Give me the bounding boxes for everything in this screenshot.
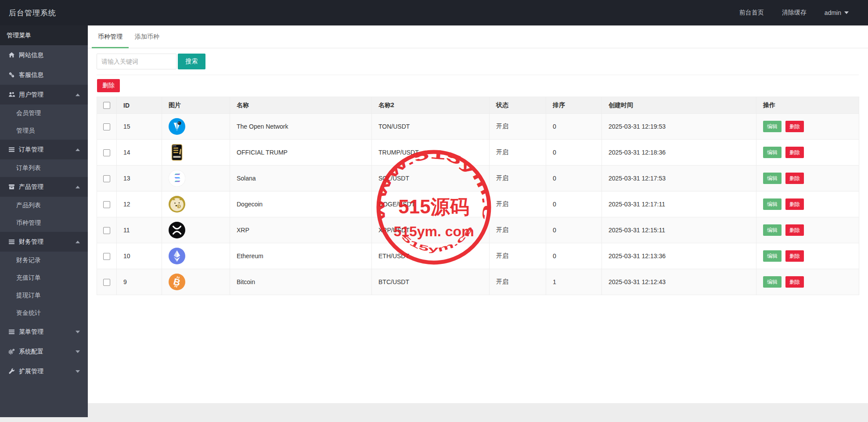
cell-name2: XRP/USDT — [372, 217, 490, 243]
frontend-home-link[interactable]: 前台首页 — [739, 9, 764, 17]
col-status: 状态 — [490, 97, 546, 114]
cell-actions: 编辑删除 — [756, 166, 859, 191]
tab-coin-management[interactable]: 币种管理 — [92, 25, 129, 48]
sidebar-item-member-mgmt[interactable]: 会员管理 — [0, 105, 88, 122]
app-title: 后台管理系统 — [9, 8, 56, 18]
sidebar-menu: 网站信息客服信息用户管理会员管理管理员订单管理订单列表产品管理产品列表币种管理财… — [0, 45, 88, 381]
sidebar-item-label: 客服信息 — [19, 71, 43, 79]
edit-button[interactable]: 编辑 — [763, 173, 782, 184]
clear-cache-link[interactable]: 清除缓存 — [782, 9, 807, 17]
cell-status: 开启 — [490, 243, 546, 269]
edit-button[interactable]: 编辑 — [763, 121, 782, 133]
delete-button[interactable]: 删除 — [785, 173, 804, 184]
edit-button[interactable]: 编辑 — [763, 198, 782, 210]
delete-button[interactable]: 删除 — [785, 276, 804, 288]
delete-button[interactable]: 删除 — [785, 121, 804, 133]
cell-image — [162, 217, 230, 243]
delete-button[interactable]: 删除 — [785, 250, 804, 262]
table-header-row: ID 图片 名称 名称2 状态 排序 创建时间 操作 — [97, 97, 859, 114]
doge-coin-icon: Ð — [169, 196, 185, 213]
cell-sort: 0 — [546, 140, 602, 166]
sidebar-item-label: 充值订单 — [16, 274, 41, 282]
sidebar-item-label: 网站信息 — [19, 51, 43, 59]
sidebar-item-label: 财务记录 — [16, 256, 41, 264]
cell-image — [162, 166, 230, 191]
bulk-delete-button[interactable]: 删除 — [97, 79, 120, 92]
row-checkbox[interactable] — [103, 253, 110, 260]
sidebar-item-label: 提现订单 — [16, 292, 41, 299]
cell-name2: DOGE/USDT — [372, 191, 490, 217]
cell-sort: 0 — [546, 217, 602, 243]
edit-button[interactable]: 编辑 — [763, 276, 782, 288]
sidebar-item-order-list[interactable]: 订单列表 — [0, 159, 88, 177]
cell-actions: 编辑删除 — [756, 140, 859, 166]
sidebar-item-label: 扩展管理 — [19, 368, 43, 375]
table-row: 14OFFICIAL TRUMPTRUMP/USDT开启02025-03-31 … — [97, 140, 859, 166]
sidebar-item-product-list[interactable]: 产品列表 — [0, 197, 88, 214]
edit-button[interactable]: 编辑 — [763, 224, 782, 236]
table-row: 11XRPXRP/USDT开启02025-03-31 12:15:11编辑删除 — [97, 217, 859, 243]
cell-sort: 0 — [546, 243, 602, 269]
row-checkbox[interactable] — [103, 149, 110, 156]
main-content: 币种管理 添加币种 搜索 删除 ID 图片 名称 名称2 状态 排序 创建时间 … — [88, 25, 868, 403]
sidebar-item-label: 会员管理 — [16, 109, 41, 117]
sidebar-item-fund-stats[interactable]: 资金统计 — [0, 304, 88, 322]
sidebar-item-withdraw-orders[interactable]: 提现订单 — [0, 287, 88, 304]
table-row: 13SolanaSOL/USDT开启02025-03-31 12:17:53编辑… — [97, 166, 859, 191]
sidebar: 管理菜单 网站信息客服信息用户管理会员管理管理员订单管理订单列表产品管理产品列表… — [0, 25, 88, 417]
row-checkbox[interactable] — [103, 227, 110, 234]
sidebar-item-system-config[interactable]: 系统配置 — [0, 342, 88, 361]
cell-name2: ETH/USDT — [372, 243, 490, 269]
sidebar-item-order-mgmt[interactable]: 订单管理 — [0, 140, 88, 159]
sidebar-item-product-mgmt[interactable]: 产品管理 — [0, 177, 88, 197]
search-button[interactable]: 搜索 — [178, 54, 205, 69]
cell-sort: 1 — [546, 269, 602, 295]
sidebar-item-user-mgmt[interactable]: 用户管理 — [0, 85, 88, 105]
row-checkbox[interactable] — [103, 175, 110, 182]
col-sort: 排序 — [546, 97, 602, 114]
delete-button[interactable]: 删除 — [785, 198, 804, 210]
row-checkbox[interactable] — [103, 279, 110, 286]
sol-coin-icon — [169, 170, 185, 187]
cell-name2: BTC/USDT — [372, 269, 490, 295]
delete-button[interactable]: 删除 — [785, 224, 804, 236]
bars-icon — [8, 238, 15, 245]
select-all-checkbox[interactable] — [103, 102, 110, 109]
cell-actions: 编辑删除 — [756, 217, 859, 243]
cell-sort: 0 — [546, 114, 602, 140]
cell-status: 开启 — [490, 217, 546, 243]
divider — [97, 75, 859, 75]
search-input[interactable] — [97, 54, 176, 69]
sidebar-item-finance-records[interactable]: 财务记录 — [0, 252, 88, 269]
delete-button[interactable]: 删除 — [785, 147, 804, 159]
user-menu[interactable]: admin — [825, 9, 849, 16]
tab-bar: 币种管理 添加币种 — [88, 25, 868, 48]
bars-icon — [8, 146, 15, 153]
sidebar-item-admin-list[interactable]: 管理员 — [0, 122, 88, 140]
sidebar-item-menu-mgmt[interactable]: 菜单管理 — [0, 322, 88, 342]
sidebar-item-coin-mgmt[interactable]: 币种管理 — [0, 214, 88, 232]
cell-name: XRP — [230, 217, 372, 243]
sidebar-item-label: 管理员 — [16, 127, 35, 135]
row-checkbox[interactable] — [103, 201, 110, 208]
sidebar-item-site-info[interactable]: 网站信息 — [0, 45, 88, 65]
cell-created: 2025-03-31 12:18:36 — [602, 140, 756, 166]
edit-button[interactable]: 编辑 — [763, 250, 782, 262]
cell-id: 10 — [117, 243, 162, 269]
bars-icon — [8, 328, 15, 335]
col-created: 创建时间 — [602, 97, 756, 114]
svg-text:Ð: Ð — [177, 204, 181, 209]
sidebar-item-service-info[interactable]: 客服信息 — [0, 65, 88, 85]
cell-created: 2025-03-31 12:17:11 — [602, 191, 756, 217]
link-icon — [8, 72, 15, 78]
sidebar-item-recharge-orders[interactable]: 充值订单 — [0, 269, 88, 287]
row-checkbox[interactable] — [103, 123, 110, 130]
username: admin — [825, 9, 841, 16]
eth-coin-icon — [169, 248, 185, 264]
sidebar-item-extension-mgmt[interactable]: 扩展管理 — [0, 361, 88, 381]
cell-image: B — [162, 269, 230, 295]
tab-add-coin[interactable]: 添加币种 — [129, 25, 166, 48]
edit-button[interactable]: 编辑 — [763, 147, 782, 159]
sidebar-item-finance-mgmt[interactable]: 财务管理 — [0, 232, 88, 252]
cell-name: Dogecoin — [230, 191, 372, 217]
